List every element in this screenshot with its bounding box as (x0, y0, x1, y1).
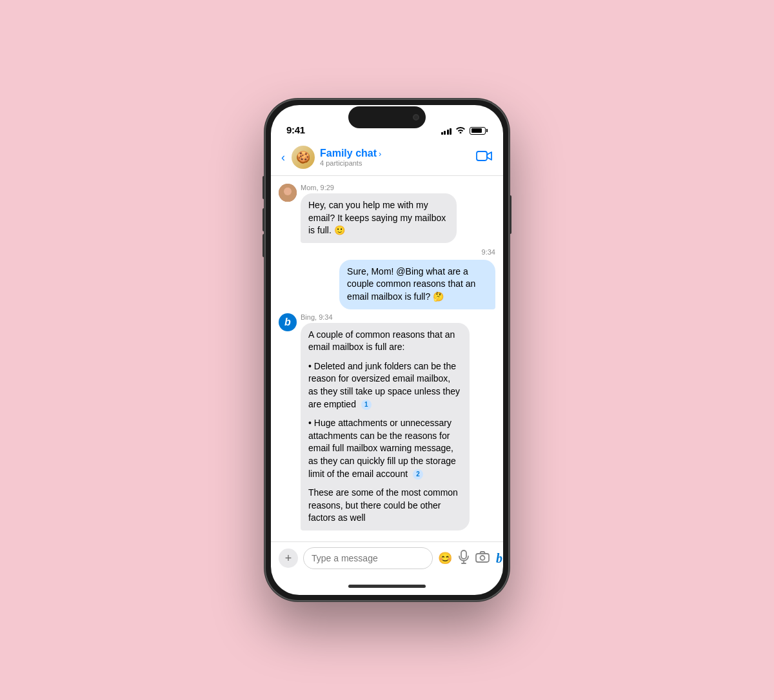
mom-avatar (279, 184, 297, 202)
add-attachment-button[interactable]: + (279, 549, 298, 568)
status-icons (441, 126, 488, 135)
bing-sender-label: Bing, 9:34 (301, 313, 470, 321)
message-bubble: Sure, Mom! @Bing what are a couple commo… (339, 260, 495, 309)
svg-point-3 (283, 197, 293, 202)
svg-point-4 (283, 195, 293, 202)
messages-area[interactable]: Mom, 9:29 Hey, can you help me with my e… (271, 176, 503, 541)
wifi-icon (455, 126, 466, 135)
group-avatar: 🍪 (292, 146, 315, 169)
plus-icon: + (285, 552, 292, 565)
bing-paragraph-2: • Deleted and junk folders can be the re… (308, 360, 462, 411)
message-text: Hey, can you help me with my email? It k… (308, 200, 446, 235)
bing-paragraph-1: A couple of common reasons that an email… (308, 329, 462, 354)
home-bar (348, 585, 426, 588)
sender-label: Mom, 9:29 (301, 184, 457, 191)
microphone-button[interactable] (459, 550, 469, 567)
message-row: Sure, Mom! @Bing what are a couple commo… (271, 260, 503, 309)
video-call-button[interactable] (476, 150, 493, 166)
message-content: Mom, 9:29 Hey, can you help me with my e… (301, 184, 457, 243)
dynamic-island (348, 106, 426, 128)
group-name: Family chat (320, 148, 377, 159)
header-left: ‹ 🍪 Family chat › 4 participants (281, 146, 381, 169)
back-button[interactable]: ‹ (281, 151, 286, 164)
message-input[interactable] (303, 547, 433, 569)
bing-input-button[interactable]: b (496, 551, 502, 566)
message-text: Sure, Mom! @Bing what are a couple commo… (347, 266, 475, 302)
participants-count: 4 participants (320, 159, 381, 167)
bing-avatar: b (279, 313, 297, 331)
home-indicator (271, 577, 503, 595)
svg-rect-0 (477, 151, 487, 160)
input-icons: 😊 b (438, 550, 502, 567)
header-info: Family chat › 4 participants (320, 148, 381, 167)
footnote-1: 1 (361, 400, 372, 410)
signal-bar-4 (450, 128, 452, 135)
emoji-button[interactable]: 😊 (438, 551, 452, 565)
header-name[interactable]: Family chat › (320, 148, 381, 159)
camera-dot (413, 114, 419, 121)
svg-rect-5 (461, 550, 466, 559)
footnote-2: 2 (413, 469, 423, 480)
signal-bar-1 (441, 132, 443, 135)
signal-bar-3 (447, 130, 449, 135)
camera-button[interactable] (475, 551, 490, 566)
bing-paragraph-4: These are some of the most common reason… (308, 487, 462, 525)
status-time: 9:41 (286, 124, 305, 135)
chat-header: ‹ 🍪 Family chat › 4 participants (271, 141, 503, 176)
svg-point-2 (284, 188, 291, 194)
signal-bars-icon (441, 127, 452, 135)
input-bar: + 😊 (271, 541, 503, 577)
battery-icon (470, 127, 488, 135)
bing-message-bubble: A couple of common reasons that an email… (301, 323, 470, 530)
message-row: b Bing, 9:34 A couple of common reasons … (271, 313, 503, 530)
svg-point-9 (481, 556, 485, 560)
message-bubble: Hey, can you help me with my email? It k… (301, 193, 457, 243)
bing-paragraph-3: • Huge attachments or unnecessary attach… (308, 417, 462, 480)
message-content: Sure, Mom! @Bing what are a couple commo… (339, 260, 495, 309)
phone-screen: 9:41 (271, 105, 503, 595)
svg-point-1 (279, 184, 297, 202)
bing-message-content: Bing, 9:34 A couple of common reasons th… (301, 313, 470, 530)
svg-rect-8 (476, 554, 489, 562)
bing-logo: b (284, 317, 291, 327)
message-row: Mom, 9:29 Hey, can you help me with my e… (271, 184, 503, 243)
header-chevron-icon: › (379, 149, 381, 159)
timestamp: 9:34 (271, 247, 503, 257)
signal-bar-2 (444, 131, 446, 135)
phone-wrapper: 9:41 (264, 99, 510, 601)
